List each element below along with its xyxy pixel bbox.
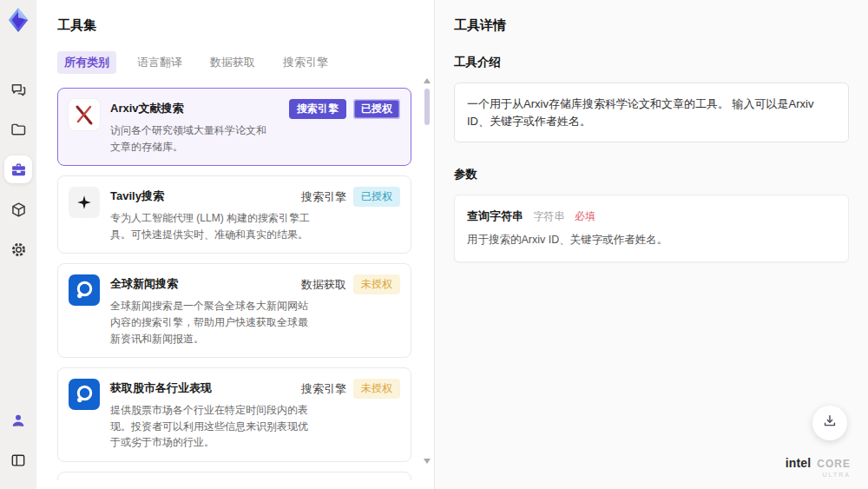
tool-list-panel: 工具集 所有类别 语言翻译 数据获取 搜索引擎 Arxiv文献搜索 访问 [36, 0, 434, 489]
category-label: 搜索引擎 [301, 381, 346, 397]
list-scrollbar[interactable] [423, 78, 431, 479]
tool-card-arxiv[interactable]: Arxiv文献搜索 访问各个研究领域大量科学论文和文章的存储库。 搜索引擎 已授… [57, 88, 411, 166]
brand-intel: intel [786, 456, 812, 470]
category-label: 搜索引擎 [301, 189, 346, 205]
tool-name: Arxiv文献搜索 [110, 101, 272, 116]
tool-description: 访问各个研究领域大量科学论文和文章的存储库。 [110, 122, 272, 155]
tool-description: 专为人工智能代理 (LLM) 构建的搜索引擎工具。可快速提供实时、准确和真实的结… [110, 210, 317, 242]
sidebar-item-chat[interactable] [4, 76, 32, 103]
scrollbar-thumb[interactable] [424, 89, 430, 125]
download-icon [821, 413, 838, 433]
param-type: 字符串 [533, 210, 564, 222]
tab-data-acquisition[interactable]: 数据获取 [203, 51, 262, 74]
tool-card-sector-performance[interactable]: 获取股市各行业表现 提供股票市场各个行业在特定时间段内的表现。投资者可以利用这些… [57, 367, 411, 462]
briefcase-icon [10, 161, 28, 179]
gear-icon [10, 241, 28, 259]
cube-icon [10, 201, 28, 219]
param-name: 查询字符串 [467, 209, 523, 222]
brand-core: CORE [817, 458, 851, 470]
params-heading: 参数 [454, 167, 849, 182]
tool-detail-panel: 工具详情 工具介绍 一个用于从Arxiv存储库搜索科学论文和文章的工具。 输入可… [434, 0, 868, 489]
parameter-card: 查询字符串 字符串 必填 用于搜索的Arxiv ID、关键字或作者姓名。 [454, 195, 849, 262]
tool-card-list: Arxiv文献搜索 访问各个研究领域大量科学论文和文章的存储库。 搜索引擎 已授… [57, 88, 425, 480]
intro-heading: 工具介绍 [454, 55, 849, 70]
scroll-down-arrow-icon[interactable] [424, 459, 431, 464]
tool-name: Tavily搜索 [110, 188, 317, 204]
app-logo-icon [5, 7, 31, 33]
auth-status-badge: 未授权 [353, 274, 400, 294]
sidebar-item-tools[interactable] [4, 155, 32, 183]
tool-name: 全球新闻搜索 [110, 276, 317, 292]
tool-name: 获取股市各行业表现 [110, 380, 317, 396]
tool-card-active-stocks[interactable]: 获取市场最活跃股票信息 提供当天交易量最高的股票列表，投资者可以利用这些信息来识… [57, 472, 411, 480]
intel-core-logo: intel CORE ULTRA [786, 455, 851, 479]
auth-status-badge: 已授权 [353, 187, 400, 207]
tab-language-translation[interactable]: 语言翻译 [130, 51, 189, 74]
sidebar-item-collapse-panel[interactable] [4, 446, 32, 474]
auth-status-badge: 未授权 [353, 379, 400, 399]
tool-description: 提供股票市场各个行业在特定时间段内的表现。投资者可以利用这些信息来识别表现优于或… [110, 402, 317, 451]
chat-icon [10, 81, 28, 99]
auth-status-badge: 已授权 [353, 99, 400, 119]
brand-ultra: ULTRA [786, 472, 851, 479]
category-label: 数据获取 [301, 277, 346, 293]
sidebar [0, 0, 36, 489]
sparkle-logo-icon [69, 187, 100, 218]
detail-title: 工具详情 [454, 17, 849, 34]
sidebar-item-files[interactable] [4, 116, 32, 143]
user-avatar-icon [10, 412, 27, 429]
sidebar-item-settings[interactable] [4, 235, 32, 263]
arxiv-logo-icon [69, 99, 100, 130]
category-tabs: 所有类别 语言翻译 数据获取 搜索引擎 [57, 51, 425, 74]
tool-description: 全球新闻搜索是一个聚合全球各大新闻网站内容的搜索引擎，帮助用户快速获取全球最新资… [110, 298, 317, 347]
sidebar-item-packages[interactable] [4, 195, 32, 223]
scroll-up-arrow-icon[interactable] [424, 78, 431, 83]
folder-icon [10, 121, 28, 139]
news-search-logo-icon [69, 379, 100, 410]
page-title: 工具集 [57, 17, 425, 34]
category-badge: 搜索引擎 [289, 99, 346, 119]
param-description: 用于搜索的Arxiv ID、关键字或作者姓名。 [467, 233, 836, 248]
tool-card-global-news[interactable]: 全球新闻搜索 全球新闻搜索是一个聚合全球各大新闻网站内容的搜索引擎，帮助用户快速… [57, 263, 411, 358]
tool-card-tavily[interactable]: Tavily搜索 专为人工智能代理 (LLM) 构建的搜索引擎工具。可快速提供实… [57, 175, 411, 254]
tab-all-categories[interactable]: 所有类别 [57, 51, 116, 74]
app-window: 工具集 所有类别 语言翻译 数据获取 搜索引擎 Arxiv文献搜索 访问 [0, 0, 868, 489]
panel-layout-icon [10, 452, 27, 469]
sidebar-item-account[interactable] [4, 406, 32, 434]
param-required-flag: 必填 [575, 210, 595, 222]
tool-intro-text: 一个用于从Arxiv存储库搜索科学论文和文章的工具。 输入可以是Arxiv ID… [454, 83, 849, 142]
download-button[interactable] [812, 406, 847, 440]
tab-search-engine[interactable]: 搜索引擎 [276, 51, 335, 74]
news-search-logo-icon [69, 274, 100, 306]
